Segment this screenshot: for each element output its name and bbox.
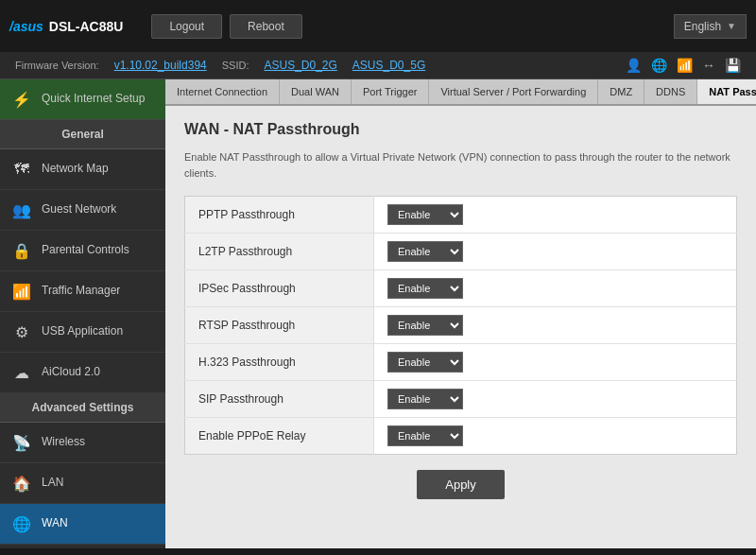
sidebar-item-wireless[interactable]: 📡 Wireless — [0, 423, 165, 463]
sidebar-item-parental-controls[interactable]: 🔒 Parental Controls — [0, 231, 165, 271]
tab-nat-passthrough[interactable]: NAT Passthrough — [697, 79, 756, 106]
header-icons: 👤 🌐 📶 ↔ 💾 — [626, 58, 741, 73]
globe-icon[interactable]: 🌐 — [651, 58, 667, 73]
network-status-icon[interactable]: 📶 — [677, 58, 693, 73]
apply-row: Apply — [184, 455, 737, 514]
passthrough-cell-ipsec: EnableDisable — [374, 270, 737, 307]
top-bar: /asus DSL-AC88U Logout Reboot English ▼ — [0, 0, 756, 52]
passthrough-select-rtsp[interactable]: EnableDisable — [387, 315, 463, 336]
passthrough-label-l2tp: L2TP Passthrough — [185, 234, 374, 270]
model-name: DSL-AC88U — [49, 19, 124, 34]
guest-network-label: Guest Network — [42, 202, 116, 217]
lan-label: LAN — [42, 476, 63, 491]
ssid-2g[interactable]: ASUS_D0_2G — [264, 59, 336, 72]
brand: /asus DSL-AC88U — [9, 19, 123, 34]
person-icon[interactable]: 👤 — [626, 58, 642, 73]
passthrough-select-pppoe[interactable]: EnableDisable — [387, 425, 463, 446]
sidebar-item-network-map[interactable]: 🗺 Network Map — [0, 149, 165, 190]
sidebar-item-wan[interactable]: 🌐 WAN — [0, 504, 165, 545]
passthrough-cell-h323: EnableDisable — [374, 344, 737, 381]
passthrough-label-h323: H.323 Passthrough — [185, 344, 374, 381]
traffic-manager-label: Traffic Manager — [42, 284, 120, 299]
reboot-button[interactable]: Reboot — [230, 14, 302, 39]
passthrough-row-ipsec: IPSec PassthroughEnableDisable — [185, 270, 737, 307]
tab-ddns[interactable]: DDNS — [644, 79, 697, 104]
tab-dmz[interactable]: DMZ — [598, 79, 644, 104]
sidebar-item-traffic-manager[interactable]: 📶 Traffic Manager — [0, 271, 165, 312]
passthrough-label-pptp: PPTP Passthrough — [185, 197, 374, 234]
logout-button[interactable]: Logout — [151, 14, 222, 39]
parental-controls-icon: 🔒 — [11, 240, 32, 261]
ssid-label: SSID: — [222, 60, 249, 71]
passthrough-cell-l2tp: EnableDisable — [374, 234, 737, 270]
passthrough-row-l2tp: L2TP PassthroughEnableDisable — [185, 234, 737, 270]
sidebar: ⚡ Quick Internet Setup General 🗺 Network… — [0, 79, 165, 548]
passthrough-table: PPTP PassthroughEnableDisableL2TP Passth… — [184, 196, 737, 455]
general-header: General — [0, 120, 165, 149]
passthrough-row-pppoe: Enable PPPoE RelayEnableDisable — [185, 418, 737, 455]
aicloud-label: AiCloud 2.0 — [42, 365, 100, 380]
passthrough-label-pppoe: Enable PPPoE Relay — [185, 418, 374, 455]
page-title: WAN - NAT Passthrough — [184, 121, 737, 138]
passthrough-cell-sip: EnableDisable — [374, 381, 737, 418]
usb-application-label: USB Application — [42, 324, 123, 339]
apply-button[interactable]: Apply — [417, 470, 505, 499]
ssid-5g[interactable]: ASUS_D0_5G — [352, 59, 425, 72]
sidebar-item-usb-application[interactable]: ⚙ USB Application — [0, 312, 165, 353]
passthrough-row-sip: SIP PassthroughEnableDisable — [185, 381, 737, 418]
firmware-version[interactable]: v1.10.02_build394 — [114, 59, 207, 72]
tab-port-trigger[interactable]: Port Trigger — [352, 79, 429, 104]
passthrough-label-sip: SIP Passthrough — [185, 381, 374, 418]
tabs: Internet Connection Dual WAN Port Trigge… — [165, 79, 756, 106]
passthrough-label-rtsp: RTSP Passthrough — [185, 307, 374, 344]
passthrough-select-l2tp[interactable]: EnableDisable — [387, 241, 463, 262]
asus-logo: /asus — [9, 19, 43, 34]
language-selector[interactable]: English ▼ — [674, 14, 747, 39]
wan-icon: 🌐 — [11, 513, 32, 534]
wan-label: WAN — [42, 516, 68, 531]
chevron-down-icon: ▼ — [727, 21, 736, 31]
advanced-settings-header: Advanced Settings — [0, 393, 165, 423]
passthrough-select-sip[interactable]: EnableDisable — [387, 389, 463, 409]
lan-icon: 🏠 — [11, 473, 32, 494]
sidebar-item-lan[interactable]: 🏠 LAN — [0, 463, 165, 504]
sidebar-item-ipv6[interactable]: 🌐 IPv6 — [0, 545, 165, 548]
main-layout: ⚡ Quick Internet Setup General 🗺 Network… — [0, 79, 756, 548]
passthrough-label-ipsec: IPSec Passthrough — [185, 270, 374, 307]
parental-controls-label: Parental Controls — [42, 243, 129, 258]
network-map-icon: 🗺 — [11, 159, 32, 180]
sidebar-item-quick-setup[interactable]: ⚡ Quick Internet Setup — [0, 79, 165, 120]
passthrough-select-h323[interactable]: EnableDisable — [387, 352, 463, 373]
tab-virtual-server[interactable]: Virtual Server / Port Forwarding — [429, 79, 598, 104]
arrow-icon[interactable]: ↔ — [702, 58, 715, 73]
wireless-label: Wireless — [42, 435, 85, 450]
firmware-bar: Firmware Version: v1.10.02_build394 SSID… — [0, 52, 756, 79]
passthrough-cell-pptp: EnableDisable — [374, 197, 737, 234]
quick-setup-label: Quick Internet Setup — [42, 92, 145, 107]
passthrough-row-pptp: PPTP PassthroughEnableDisable — [185, 197, 737, 234]
passthrough-cell-pppoe: EnableDisable — [374, 418, 737, 455]
page-content: WAN - NAT Passthrough Enable NAT Passthr… — [165, 106, 756, 529]
sidebar-item-aicloud[interactable]: ☁ AiCloud 2.0 — [0, 353, 165, 393]
content-area: Internet Connection Dual WAN Port Trigge… — [165, 79, 756, 548]
guest-network-icon: 👥 — [11, 199, 32, 220]
firmware-label: Firmware Version: — [15, 60, 99, 71]
usb-application-icon: ⚙ — [11, 321, 32, 342]
wireless-icon: 📡 — [11, 432, 32, 453]
passthrough-cell-rtsp: EnableDisable — [374, 307, 737, 344]
tab-internet-connection[interactable]: Internet Connection — [165, 79, 280, 104]
top-buttons: Logout Reboot — [151, 14, 301, 39]
passthrough-select-pptp[interactable]: EnableDisable — [387, 204, 463, 225]
traffic-manager-icon: 📶 — [11, 281, 32, 302]
network-map-label: Network Map — [42, 162, 109, 177]
page-description: Enable NAT Passthrough to allow a Virtua… — [184, 149, 737, 181]
quick-setup-icon: ⚡ — [11, 89, 32, 110]
language-label: English — [684, 20, 721, 33]
save-icon[interactable]: 💾 — [725, 58, 741, 73]
passthrough-select-ipsec[interactable]: EnableDisable — [387, 278, 463, 299]
sidebar-item-guest-network[interactable]: 👥 Guest Network — [0, 190, 165, 231]
aicloud-icon: ☁ — [11, 362, 32, 383]
passthrough-row-rtsp: RTSP PassthroughEnableDisable — [185, 307, 737, 344]
passthrough-row-h323: H.323 PassthroughEnableDisable — [185, 344, 737, 381]
tab-dual-wan[interactable]: Dual WAN — [280, 79, 352, 104]
